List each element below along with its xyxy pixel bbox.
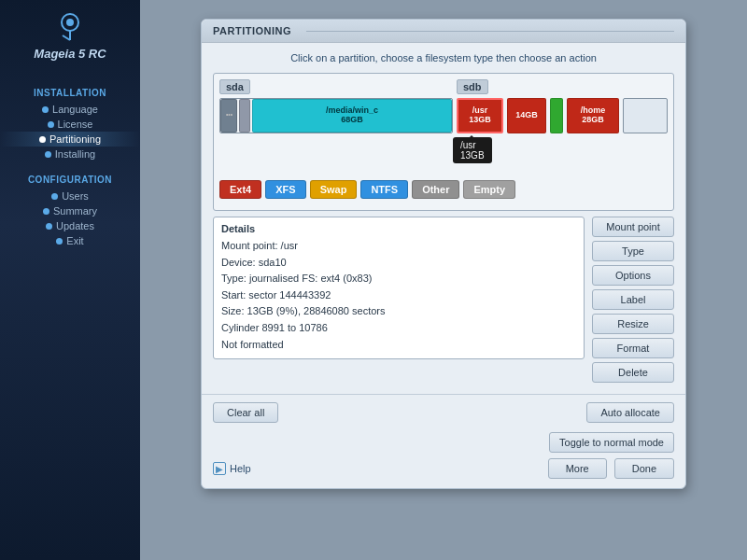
bottom-row-1: Clear all Auto allocate <box>202 394 685 432</box>
detail-line-4: Size: 13GB (9%), 28846080 sectors <box>221 303 576 320</box>
partition-tooltip: /usr 13GB <box>453 137 492 163</box>
exit-label: Exit <box>66 235 83 246</box>
fs-xfs-button[interactable]: XFS <box>265 180 305 199</box>
users-dot <box>51 193 58 200</box>
partition-14gb[interactable]: 14GB <box>507 98 546 133</box>
auto-allocate-button[interactable]: Auto allocate <box>586 402 674 423</box>
summary-label: Summary <box>53 205 97 217</box>
app-name: Mageia 5 RC <box>34 47 106 61</box>
details-area: Details Mount point: /usr Device: sda10 … <box>213 217 585 383</box>
sidebar: Mageia 5 RC INSTALLATION Language Licens… <box>0 0 140 560</box>
partition-green[interactable] <box>550 98 563 133</box>
language-dot <box>42 106 49 113</box>
sidebar-item-language[interactable]: Language <box>0 102 140 117</box>
installation-section-label: INSTALLATION <box>0 88 140 98</box>
disk-label-row: sda sdb <box>219 79 668 94</box>
configuration-section-label: CONFIGURATION <box>0 175 140 185</box>
done-button[interactable]: Done <box>614 458 674 479</box>
sidebar-item-users[interactable]: Users <box>0 189 140 203</box>
more-button[interactable]: More <box>548 458 607 479</box>
help-link[interactable]: ▶ Help <box>213 462 251 475</box>
installing-label: Installing <box>55 148 95 160</box>
toggle-mode-button[interactable]: Toggle to normal mode <box>549 432 674 453</box>
help-icon: ▶ <box>213 462 226 475</box>
mageia-logo-icon <box>53 9 87 43</box>
sidebar-item-license[interactable]: License <box>0 117 140 132</box>
dialog-body: Click on a partition, choose a filesyste… <box>202 43 685 390</box>
details-title: Details <box>221 223 576 234</box>
updates-dot <box>46 223 52 230</box>
partition-area: sda sdb ··· /media/win_c <box>213 73 674 211</box>
help-label: Help <box>230 463 251 474</box>
license-label: License <box>58 119 93 130</box>
partitioning-label: Partitioning <box>49 133 101 145</box>
fs-swap-button[interactable]: Swap <box>310 180 358 199</box>
fs-empty-button[interactable]: Empty <box>463 180 515 199</box>
sda-bar: ··· /media/win_c 68GB /usr 13GB <box>219 98 668 133</box>
detail-line-1: Device: sda10 <box>221 255 576 272</box>
svg-line-3 <box>63 35 70 40</box>
done-more-buttons: More Done <box>548 458 674 479</box>
tooltip-size: 13GB <box>460 150 485 161</box>
fs-ntfs-button[interactable]: NTFS <box>360 180 408 199</box>
dialog-title: PARTITIONING <box>213 25 291 36</box>
title-line <box>306 31 674 32</box>
fs-type-buttons: Ext4 XFS Swap NTFS Other Empty <box>219 180 668 199</box>
main-area: PARTITIONING Click on a partition, choos… <box>140 0 747 560</box>
sidebar-item-updates[interactable]: Updates <box>0 218 140 233</box>
instruction-text: Click on a partition, choose a filesyste… <box>213 50 674 65</box>
detail-line-5: Cylinder 8991 to 10786 <box>221 320 576 337</box>
installing-dot <box>45 151 51 158</box>
sdb-bar[interactable] <box>623 98 668 133</box>
format-button[interactable]: Format <box>592 338 674 358</box>
svg-point-1 <box>66 19 74 26</box>
detail-line-0: Mount point: /usr <box>221 238 576 255</box>
exit-dot <box>56 238 63 245</box>
resize-button[interactable]: Resize <box>592 314 674 334</box>
partitioning-dialog: PARTITIONING Click on a partition, choos… <box>201 19 686 489</box>
partition-dots[interactable]: ··· <box>220 99 237 133</box>
delete-button[interactable]: Delete <box>592 362 674 383</box>
dialog-header: PARTITIONING <box>202 20 685 43</box>
license-dot <box>48 121 54 128</box>
content-row: Details Mount point: /usr Device: sda10 … <box>213 217 674 383</box>
users-label: Users <box>62 190 89 202</box>
detail-line-2: Type: journalised FS: ext4 (0x83) <box>221 271 576 287</box>
summary-dot <box>43 208 49 215</box>
mount-point-button[interactable]: Mount point <box>592 217 674 237</box>
updates-label: Updates <box>56 220 94 231</box>
sdb-label: sdb <box>457 79 488 94</box>
toggle-row: Toggle to normal mode <box>202 432 685 458</box>
details-text: Mount point: /usr Device: sda10 Type: jo… <box>221 238 576 353</box>
usr-partition-wrapper: /usr 13GB /usr 13GB <box>457 98 503 133</box>
logo-area: Mageia 5 RC <box>34 9 106 61</box>
partition-home[interactable]: /home 28GB <box>567 98 619 133</box>
fs-other-button[interactable]: Other <box>412 180 459 199</box>
tooltip-label: /usr <box>460 140 476 150</box>
sidebar-item-exit[interactable]: Exit <box>0 233 140 248</box>
label-button[interactable]: Label <box>592 289 674 310</box>
detail-line-3: Start: sector 144443392 <box>221 287 576 304</box>
action-buttons: Mount point Type Options Label Resize Fo… <box>592 217 674 383</box>
partition-gray[interactable] <box>239 99 250 133</box>
partition-win-c[interactable]: /media/win_c 68GB <box>252 99 452 133</box>
options-button[interactable]: Options <box>592 265 674 286</box>
clear-all-button[interactable]: Clear all <box>213 402 278 423</box>
partition-usr[interactable]: /usr 13GB <box>457 98 503 133</box>
partitioning-dot <box>39 136 46 143</box>
language-label: Language <box>52 104 98 115</box>
detail-line-6: Not formatted <box>221 337 576 354</box>
sidebar-item-summary[interactable]: Summary <box>0 203 140 218</box>
bottom-row-2: ▶ Help More Done <box>202 458 685 488</box>
details-box: Details Mount point: /usr Device: sda10 … <box>213 217 585 359</box>
sidebar-item-partitioning[interactable]: Partitioning <box>0 132 140 147</box>
type-button[interactable]: Type <box>592 241 674 261</box>
sda-label: sda <box>219 79 250 94</box>
sidebar-item-installing[interactable]: Installing <box>0 147 140 161</box>
sda-segments[interactable]: ··· /media/win_c 68GB <box>219 98 453 133</box>
fs-ext4-button[interactable]: Ext4 <box>219 180 261 199</box>
